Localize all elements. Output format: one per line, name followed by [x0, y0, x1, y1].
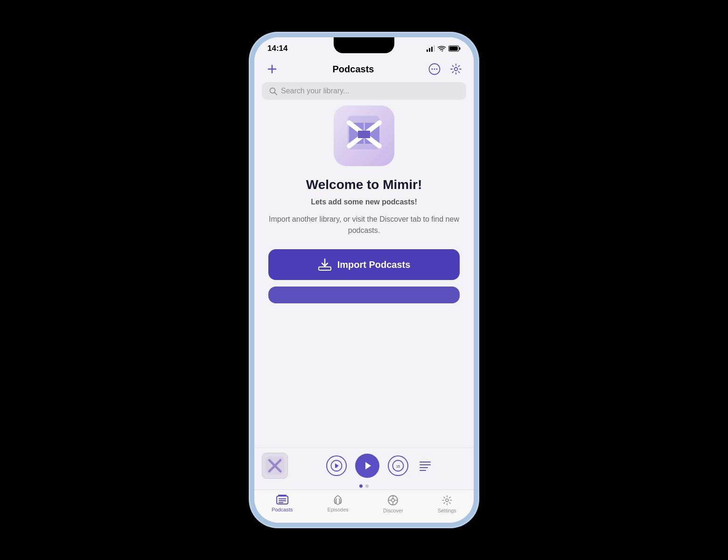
- svg-rect-34: [278, 495, 287, 497]
- tab-settings-label: Settings: [438, 508, 456, 513]
- player-thumbnail[interactable]: [262, 453, 288, 479]
- dot-inactive: [365, 484, 369, 488]
- player-thumbnail-icon: [266, 456, 284, 475]
- battery-icon: [448, 45, 461, 52]
- notch: [334, 37, 394, 53]
- tab-episodes[interactable]: Episodes: [323, 495, 353, 512]
- main-content: Welcome to Mimir! Lets add some new podc…: [254, 105, 474, 448]
- svg-rect-18: [358, 131, 370, 138]
- player-dots: [254, 484, 474, 490]
- page-title: Podcasts: [333, 64, 374, 75]
- phone-frame: 14:14: [250, 33, 478, 527]
- episodes-tab-icon: [332, 495, 344, 505]
- app-logo: [334, 105, 394, 166]
- tab-bar: Podcasts Episodes: [254, 490, 474, 523]
- svg-point-6: [432, 69, 433, 70]
- svg-point-39: [392, 499, 395, 502]
- queue-button[interactable]: [417, 457, 434, 474]
- search-bar[interactable]: Search your library...: [262, 82, 466, 100]
- player-controls: 5 15: [294, 454, 466, 478]
- search-bar-container: Search your library...: [254, 82, 474, 105]
- tab-podcasts[interactable]: Podcasts: [267, 495, 297, 512]
- discover-tab-icon: [387, 495, 399, 506]
- queue-icon: [419, 460, 431, 471]
- add-button[interactable]: [264, 61, 280, 77]
- player-bar: 5 15: [254, 448, 474, 482]
- svg-point-7: [434, 69, 435, 70]
- second-action-button[interactable]: [268, 287, 460, 303]
- welcome-title: Welcome to Mimir!: [306, 177, 422, 192]
- status-bar: 14:14: [254, 37, 474, 57]
- nav-header: Podcasts: [254, 57, 474, 82]
- svg-marker-26: [365, 462, 371, 469]
- settings-tab-icon: [441, 495, 453, 506]
- tab-podcasts-label: Podcasts: [272, 507, 293, 512]
- import-podcasts-button[interactable]: Import Podcasts: [268, 249, 460, 280]
- svg-line-11: [274, 92, 277, 95]
- tab-discover[interactable]: Discover: [378, 495, 408, 513]
- more-button[interactable]: [426, 61, 443, 77]
- podcasts-tab-icon: [276, 495, 288, 505]
- tab-episodes-label: Episodes: [328, 507, 349, 512]
- player-section: 5 15: [254, 448, 474, 490]
- import-button-label: Import Podcasts: [337, 259, 411, 270]
- svg-point-8: [436, 69, 438, 70]
- play-icon: [361, 459, 374, 472]
- phone-screen: 14:14: [254, 37, 474, 523]
- welcome-subtitle: Lets add some new podcasts!: [311, 198, 417, 206]
- svg-rect-2: [449, 47, 458, 51]
- tab-discover-label: Discover: [383, 508, 403, 513]
- welcome-desc: Import another library, or visit the Dis…: [268, 214, 460, 236]
- status-icons: [427, 45, 461, 52]
- search-icon: [269, 87, 277, 95]
- svg-point-9: [455, 68, 458, 71]
- import-icon: [318, 258, 332, 272]
- settings-button[interactable]: [448, 61, 464, 77]
- skip-forward-button[interactable]: 15: [388, 455, 408, 476]
- svg-rect-19: [319, 267, 331, 270]
- svg-point-44: [446, 499, 448, 502]
- signal-icon: [427, 45, 435, 52]
- dot-active: [359, 484, 363, 488]
- skip-back-button[interactable]: 5: [326, 455, 347, 476]
- wifi-icon: [438, 46, 446, 52]
- tab-settings[interactable]: Settings: [433, 495, 461, 513]
- status-time: 14:14: [267, 44, 287, 53]
- play-button[interactable]: [355, 454, 379, 478]
- svg-rect-1: [459, 48, 461, 50]
- svg-text:15: 15: [396, 465, 400, 468]
- search-placeholder: Search your library...: [281, 87, 349, 95]
